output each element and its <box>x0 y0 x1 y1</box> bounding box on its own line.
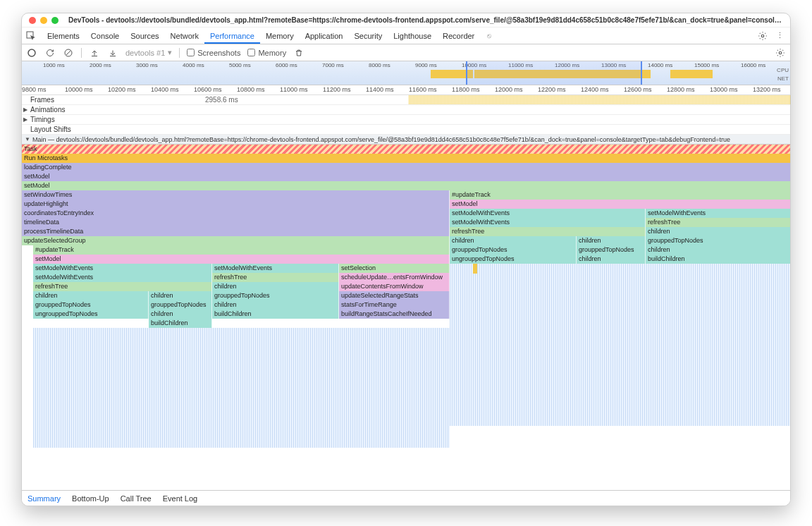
flame-entry[interactable]: timelineData <box>22 218 450 227</box>
overview-tick: 14000 ms <box>648 62 672 68</box>
tab-sources[interactable]: Sources <box>125 29 164 43</box>
flame-entry[interactable]: buildChildren <box>646 255 790 264</box>
flame-entry[interactable]: setModel <box>33 255 450 264</box>
flame-entry[interactable]: setModelWithEvents <box>212 264 339 273</box>
flame-entry[interactable]: loadingComplete <box>22 163 790 172</box>
frames-track[interactable]: Frames 2958.6 ms <box>22 95 790 105</box>
flame-entry[interactable]: setModelWithEvents <box>33 264 212 273</box>
ruler-tick: 12600 ms <box>624 86 652 93</box>
flame-entry[interactable]: ungrouppedTopNodes <box>33 310 149 319</box>
tab-elements[interactable]: Elements <box>42 29 85 43</box>
flame-entry[interactable]: refreshTree <box>33 282 212 291</box>
flame-entry[interactable]: children <box>646 227 790 236</box>
flame-entry[interactable]: grouppedTopNodes <box>450 245 577 255</box>
flame-entry[interactable]: refreshTree <box>450 227 646 236</box>
reload-icon[interactable] <box>44 47 56 59</box>
overview-tick: 6000 ms <box>276 62 297 68</box>
flame-entry[interactable]: buildChildren <box>212 310 339 319</box>
layout-shifts-track[interactable]: Layout Shifts <box>22 125 790 135</box>
profile-selector[interactable]: devtools #1▾ <box>125 48 172 57</box>
flame-entry[interactable]: grouppedTopNodes <box>577 245 646 255</box>
record-icon[interactable] <box>26 47 37 59</box>
flame-entry[interactable]: refreshTree <box>212 273 339 282</box>
tab-security[interactable]: Security <box>348 29 388 43</box>
flame-entry[interactable]: children <box>450 236 577 245</box>
download-icon[interactable] <box>107 47 118 59</box>
flame-entry[interactable]: updateHighlight <box>22 200 450 209</box>
upload-icon[interactable] <box>89 47 100 59</box>
time-ruler[interactable]: 9800 ms10000 ms10200 ms10400 ms10600 ms1… <box>22 85 790 95</box>
flame-entry[interactable]: setModel <box>450 200 790 209</box>
collapse-icon[interactable]: ▼ <box>25 136 30 142</box>
flame-entry[interactable]: updateSelectedRangeStats <box>339 291 450 300</box>
maximize-icon[interactable] <box>51 17 59 24</box>
flame-entry[interactable]: #updateTrack <box>450 190 790 200</box>
flame-entry[interactable]: refreshTree <box>646 218 790 227</box>
flame-entry[interactable]: setWindowTimes <box>22 190 450 200</box>
clear-icon[interactable] <box>63 47 74 59</box>
flame-entry[interactable]: grouppedTopNodes <box>33 300 149 310</box>
trash-icon[interactable] <box>293 47 304 59</box>
details-tab-bottom-up[interactable]: Bottom-Up <box>72 494 109 503</box>
settings-gear-icon[interactable] <box>775 47 786 59</box>
flame-entry[interactable]: updateContentsFromWindow <box>339 282 450 291</box>
inspect-icon[interactable] <box>26 31 39 41</box>
more-icon[interactable]: ⋮ <box>773 31 786 40</box>
tab-lighthouse[interactable]: Lighthouse <box>388 29 437 43</box>
flame-entry[interactable]: #updateTrack <box>33 245 450 255</box>
flame-chart[interactable]: TaskRun MicrotasksloadingCompletesetMode… <box>22 145 790 490</box>
settings-icon[interactable] <box>758 31 770 41</box>
flame-entry[interactable]: setModel <box>22 172 790 181</box>
close-icon[interactable] <box>29 17 36 24</box>
flame-entry[interactable]: children <box>212 300 339 310</box>
tab-network[interactable]: Network <box>165 29 204 43</box>
flame-entry[interactable]: statsForTimeRange <box>339 300 450 310</box>
ruler-tick: 12000 ms <box>495 86 523 93</box>
flame-entry[interactable]: setModelWithEvents <box>450 209 646 218</box>
flame-entry[interactable]: setModelWithEvents <box>646 209 790 218</box>
screenshots-checkbox[interactable]: Screenshots <box>187 49 240 57</box>
minimize-icon[interactable] <box>40 17 47 24</box>
animations-track[interactable]: ▶Animations <box>22 105 790 115</box>
flame-entry[interactable]: children <box>577 236 646 245</box>
flame-entry[interactable]: Task <box>22 145 790 154</box>
flame-entry[interactable]: updateSelectedGroup <box>22 236 450 245</box>
details-tab-event-log[interactable]: Event Log <box>163 494 198 503</box>
titlebar: DevTools - devtools://devtools/bundled/d… <box>22 13 790 27</box>
flame-entry[interactable]: Run Microtasks <box>22 154 790 163</box>
ruler-tick: 12400 ms <box>581 86 609 93</box>
memory-checkbox[interactable]: Memory <box>247 49 286 57</box>
flame-entry[interactable]: coordinatesToEntryIndex <box>22 209 450 218</box>
flame-entry[interactable]: grouppedTopNodes <box>212 291 339 300</box>
flame-entry[interactable]: children <box>577 255 646 264</box>
flame-entry[interactable]: setSelection <box>339 264 450 273</box>
ruler-tick: 10000 ms <box>65 86 93 93</box>
details-tab-summary[interactable]: Summary <box>27 494 61 503</box>
flame-entry[interactable]: scheduleUpdate…entsFromWindow <box>339 273 450 282</box>
flame-entry[interactable]: children <box>149 310 212 319</box>
timings-track[interactable]: ▶Timings <box>22 115 790 125</box>
flame-entry[interactable]: grouppedTopNodes <box>149 300 212 310</box>
tab-application[interactable]: Application <box>300 29 349 43</box>
flame-entry[interactable]: setModelWithEvents <box>33 273 212 282</box>
flame-entry[interactable]: children <box>212 282 339 291</box>
flame-entry[interactable]: buildRangeStatsCacheIfNeeded <box>339 310 450 319</box>
flame-entry[interactable]: buildChildren <box>149 319 212 328</box>
tab-performance[interactable]: Performance <box>204 29 260 44</box>
timeline-overview[interactable]: 1000 ms2000 ms3000 ms4000 ms5000 ms6000 … <box>22 61 790 85</box>
flame-entry[interactable]: setModelWithEvents <box>450 218 646 227</box>
flame-entry[interactable]: children <box>149 291 212 300</box>
flame-entry[interactable]: setModel <box>22 181 790 190</box>
tab-console[interactable]: Console <box>85 29 125 43</box>
flame-entry[interactable]: ungrouppedTopNodes <box>450 255 577 264</box>
ruler-tick: 11600 ms <box>409 86 437 93</box>
details-tab-call-tree[interactable]: Call Tree <box>121 494 152 503</box>
flame-entry[interactable]: children <box>646 245 790 255</box>
main-thread-header[interactable]: ▼ Main — devtools://devtools/bundled/dev… <box>22 135 790 145</box>
tab-recorder[interactable]: Recorder <box>437 29 480 43</box>
ruler-tick: 12800 ms <box>667 86 695 93</box>
flame-entry[interactable]: processTimelineData <box>22 227 450 236</box>
tab-memory[interactable]: Memory <box>260 29 300 43</box>
flame-entry[interactable]: children <box>33 291 149 300</box>
flame-entry[interactable]: grouppedTopNodes <box>646 236 790 245</box>
